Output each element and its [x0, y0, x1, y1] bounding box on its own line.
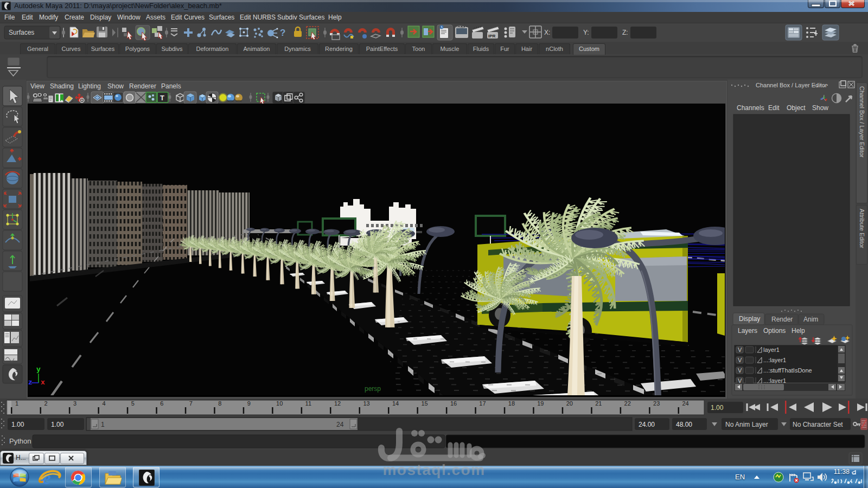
svg-text:16: 16	[450, 400, 457, 407]
svg-text:Layers: Layers	[738, 327, 757, 335]
svg-text:13: 13	[363, 400, 370, 407]
svg-text:9: 9	[247, 400, 251, 407]
svg-text:17: 17	[479, 400, 486, 407]
svg-text:6: 6	[160, 400, 163, 407]
svg-text:Python: Python	[9, 437, 31, 445]
svg-text:24: 24	[682, 400, 689, 407]
svg-text:24: 24	[336, 421, 344, 428]
svg-text:Surfaces: Surfaces	[9, 29, 34, 36]
svg-text:Anim: Anim	[803, 316, 818, 323]
svg-text:19: 19	[537, 400, 544, 407]
svg-text:1: 1	[101, 421, 105, 428]
svg-text:IPR: IPR	[488, 34, 496, 38]
svg-text:persp: persp	[365, 385, 381, 393]
svg-text:x: x	[41, 378, 45, 387]
svg-text:...:layer1: ...:layer1	[763, 357, 786, 363]
svg-text:z: z	[28, 378, 33, 387]
svg-text:2: 2	[44, 400, 48, 407]
svg-text:V: V	[738, 377, 742, 384]
svg-text:1: 1	[15, 400, 18, 407]
svg-text:10: 10	[276, 400, 283, 407]
svg-text:V: V	[738, 346, 742, 353]
svg-text:5: 5	[131, 400, 135, 407]
svg-text:48.00: 48.00	[676, 421, 692, 428]
svg-text:22: 22	[624, 400, 631, 407]
svg-text:Display: Display	[739, 315, 760, 323]
svg-text:e: e	[43, 468, 51, 487]
svg-text:Help: Help	[792, 327, 805, 335]
svg-text:No Character Set: No Character Set	[793, 421, 843, 428]
svg-text:y: y	[36, 365, 41, 374]
svg-text:Channel Box / Layer Editor: Channel Box / Layer Editor	[756, 82, 827, 88]
svg-text:11: 11	[305, 400, 311, 407]
svg-text:?: ?	[280, 28, 285, 38]
svg-text:8: 8	[218, 400, 221, 407]
svg-text:1.00: 1.00	[51, 421, 64, 428]
svg-text:...:layer1: ...:layer1	[763, 377, 786, 384]
svg-text:Render: Render	[771, 316, 793, 323]
svg-text:3: 3	[73, 400, 76, 407]
svg-text:20: 20	[566, 400, 573, 407]
svg-text:7: 7	[189, 400, 193, 407]
svg-text:24.00: 24.00	[639, 421, 655, 428]
svg-text:15: 15	[421, 400, 427, 407]
svg-text:14: 14	[392, 400, 399, 407]
svg-text:T: T	[160, 94, 164, 102]
svg-text:1.00: 1.00	[711, 404, 724, 412]
svg-text:X:: X:	[544, 29, 550, 36]
svg-text:Channels: Channels	[737, 104, 764, 112]
svg-text:21: 21	[595, 400, 602, 407]
svg-text:Z:: Z:	[622, 29, 628, 36]
svg-text:V: V	[738, 357, 742, 363]
svg-text:12: 12	[334, 400, 341, 407]
svg-text:1.00: 1.00	[11, 421, 24, 428]
svg-text:V: V	[738, 367, 742, 374]
svg-text:Show: Show	[812, 104, 828, 112]
svg-text:23: 23	[653, 400, 660, 407]
svg-text:layer1: layer1	[763, 346, 780, 353]
svg-text:4: 4	[102, 400, 105, 407]
svg-text:No Anim Layer: No Anim Layer	[725, 421, 768, 428]
svg-text:Options: Options	[763, 327, 786, 335]
svg-text:...:stuffThatIsDone: ...:stuffThatIsDone	[763, 367, 812, 374]
svg-text:Edit: Edit	[768, 104, 780, 112]
svg-text:Object: Object	[787, 104, 806, 112]
svg-text:Y:: Y:	[583, 29, 589, 36]
svg-text:mostaql.com: mostaql.com	[382, 461, 485, 478]
svg-text:18: 18	[508, 400, 515, 407]
